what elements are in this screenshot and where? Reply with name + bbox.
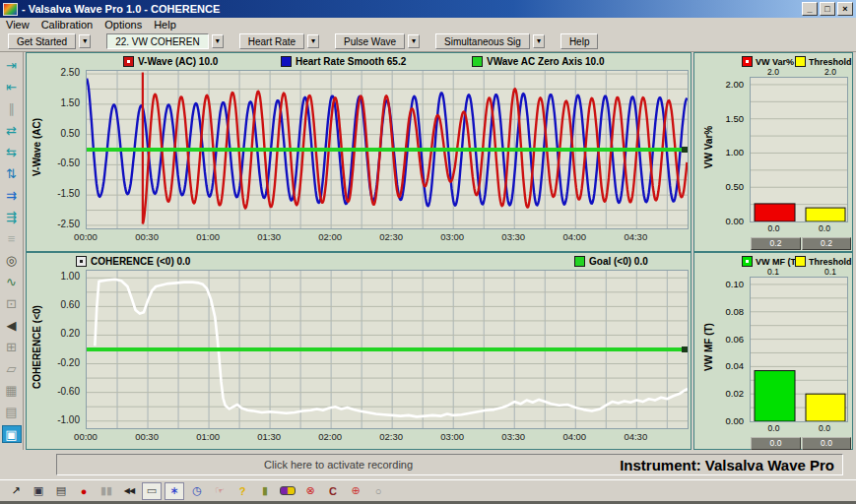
abort-icon[interactable]: ⊗ bbox=[300, 482, 320, 500]
tab-group: 22. VW COHEREN▾ bbox=[106, 33, 224, 49]
record-icon[interactable]: ● bbox=[74, 482, 94, 500]
continuous-run-icon[interactable]: C bbox=[323, 482, 343, 500]
rewind-icon[interactable]: ◀◀ bbox=[119, 482, 139, 500]
close-button[interactable]: × bbox=[837, 2, 853, 16]
bar-setting-button[interactable]: 0.0 bbox=[802, 437, 851, 450]
vw-mf-panel: VW MF (T)0.1Threshold0.1VW MF (T)0.100.0… bbox=[694, 251, 852, 449]
bottom-toolbar: ↗▣▤●▮▮◀◀▭∗◷☞?▮⊗C⊕○ bbox=[0, 479, 856, 501]
bar-value-label: 0.0 bbox=[754, 223, 794, 233]
tab-dropdown-arrow-icon[interactable]: ▾ bbox=[533, 34, 545, 48]
tab-dropdown-arrow-icon[interactable]: ▾ bbox=[307, 34, 319, 48]
menu-bar: ViewCalibrationOptionsHelp bbox=[0, 18, 856, 32]
y-tick-label: 0.20 bbox=[46, 328, 80, 339]
y-tick-label: 0.04 bbox=[708, 360, 744, 371]
legend-label: VW MF (T) bbox=[756, 257, 799, 267]
display-window-icon[interactable]: ▭ bbox=[142, 482, 162, 500]
arrows-exchange-icon[interactable]: ⇄ bbox=[2, 119, 22, 141]
tab-dropdown-arrow-icon[interactable]: ▾ bbox=[408, 34, 420, 48]
x-tick-label: 04:00 bbox=[554, 231, 595, 242]
save-icon[interactable]: ▣ bbox=[29, 482, 48, 500]
x-tick-label: 02:00 bbox=[309, 231, 351, 242]
legend-swatch bbox=[742, 56, 753, 67]
tab-dropdown-arrow-icon[interactable]: ▾ bbox=[79, 34, 91, 48]
bar-value-label: 0.0 bbox=[754, 423, 794, 433]
stamp-tool-icon[interactable]: ⊡ bbox=[2, 292, 22, 314]
timer-icon[interactable]: ◷ bbox=[187, 482, 207, 500]
legend-swatch bbox=[472, 56, 483, 67]
triple-arrow-icon[interactable]: ⇶ bbox=[2, 206, 22, 227]
menu-item-options[interactable]: Options bbox=[99, 19, 148, 31]
tab-pulse-wave[interactable]: Pulse Wave bbox=[335, 33, 405, 49]
tab-heart-rate[interactable]: Heart Rate bbox=[239, 33, 304, 49]
x-tick-label: 01:00 bbox=[187, 231, 229, 242]
calculator-icon[interactable]: ▣ bbox=[2, 425, 22, 443]
app-icon bbox=[3, 3, 18, 16]
legend-marker-dot bbox=[746, 60, 749, 63]
sidebar-toolbox: ⇥⇤∥⇄⇆⇅⇉⇶≡◎∿⊡◀⊞▱▦▤▣ bbox=[0, 52, 24, 450]
y-tick-label: 0.60 bbox=[46, 299, 80, 310]
tab-dropdown-arrow-icon[interactable]: ▾ bbox=[212, 34, 224, 48]
bar-setting-button[interactable]: 0.2 bbox=[802, 237, 851, 250]
y-tick-label: 1.50 bbox=[708, 113, 744, 124]
legend-value: 2.0 bbox=[752, 67, 795, 77]
print-icon[interactable]: ▤ bbox=[51, 482, 71, 500]
y-tick-label: -0.50 bbox=[46, 158, 80, 168]
legend-item: Threshold bbox=[795, 256, 852, 267]
pointer-arrow-icon[interactable]: ↗ bbox=[6, 482, 26, 500]
dim-steps-icon[interactable]: ≡ bbox=[2, 227, 22, 249]
tab-simultaneous-sig[interactable]: Simultaneous Sig bbox=[435, 33, 530, 49]
pause-frames-icon[interactable]: ▮▮ bbox=[97, 482, 116, 500]
x-tick-label: 00:30 bbox=[126, 231, 167, 242]
x-tick-label: 03:30 bbox=[493, 431, 534, 442]
menu-item-help[interactable]: Help bbox=[148, 19, 182, 31]
tab-group: Simultaneous Sig▾ bbox=[435, 33, 545, 49]
window-title: - Valsalva Wave Pro 1.0 - COHERENCE bbox=[22, 3, 220, 15]
legend-label: VW Var% bbox=[756, 57, 794, 67]
help-icon[interactable]: ? bbox=[232, 482, 252, 500]
status-bar: Click here to activate recording Instrum… bbox=[56, 454, 843, 475]
zoom-search-icon[interactable]: ◎ bbox=[2, 249, 22, 271]
arrows-sort-icon[interactable]: ⇅ bbox=[2, 162, 22, 184]
tab-help[interactable]: Help bbox=[560, 33, 599, 49]
tab-get-started[interactable]: Get Started bbox=[8, 33, 76, 49]
y-tick-label: 0.06 bbox=[708, 334, 744, 345]
grid-table-icon[interactable]: ▤ bbox=[2, 401, 22, 422]
magnet-icon[interactable] bbox=[278, 482, 297, 500]
save-session-icon[interactable]: ▦ bbox=[2, 379, 22, 401]
legend-swatch bbox=[76, 256, 87, 267]
arrows-swap-icon[interactable]: ⇆ bbox=[2, 141, 22, 162]
maximize-button[interactable]: □ bbox=[820, 2, 835, 16]
y-tick-label: 1.00 bbox=[46, 271, 80, 282]
pointing-hand-icon[interactable]: ☞ bbox=[210, 482, 230, 500]
empty-circle-icon[interactable]: ○ bbox=[368, 482, 388, 500]
speaker-icon[interactable]: ◀ bbox=[2, 314, 22, 336]
legend-label: COHERENCE (<0) 0.0 bbox=[91, 256, 190, 267]
fast-forward-icon[interactable]: ⇉ bbox=[2, 184, 22, 206]
clamp-right-icon[interactable]: ⇥ bbox=[2, 54, 22, 76]
y-tick-label: 1.50 bbox=[46, 97, 80, 108]
vwave-chart-plot bbox=[86, 70, 689, 229]
clamp-left-icon[interactable]: ⇤ bbox=[2, 76, 22, 97]
x-tick-label: 02:30 bbox=[370, 431, 412, 442]
minimize-button[interactable]: _ bbox=[802, 2, 818, 16]
wave-tool-icon[interactable]: ∿ bbox=[2, 271, 22, 292]
y-tick-label: 2.50 bbox=[46, 67, 80, 78]
bar-setting-button[interactable]: 0.0 bbox=[751, 437, 801, 450]
legend-swatch bbox=[742, 256, 753, 267]
tab-22-vw-coheren[interactable]: 22. VW COHEREN bbox=[106, 33, 209, 49]
legend-item: Threshold bbox=[795, 56, 852, 67]
x-tick-label: 01:00 bbox=[187, 431, 229, 442]
marker-pen-icon[interactable]: ▮ bbox=[255, 482, 275, 500]
autoscale-icon[interactable]: ∗ bbox=[165, 482, 184, 500]
bar-setting-button[interactable]: 0.2 bbox=[751, 237, 801, 250]
tab-toolbar: Get Started▾22. VW COHEREN▾Heart Rate▾Pu… bbox=[0, 32, 856, 52]
layers-icon[interactable]: ▱ bbox=[2, 357, 22, 379]
menu-item-view[interactable]: View bbox=[0, 19, 35, 31]
pause-signal-icon[interactable]: ∥ bbox=[2, 97, 22, 119]
coherence-chart-plot bbox=[86, 270, 689, 429]
frames-icon[interactable]: ⊞ bbox=[2, 336, 22, 357]
x-tick-label: 04:00 bbox=[554, 431, 595, 442]
add-cursor-icon[interactable]: ⊕ bbox=[346, 482, 365, 500]
activate-recording-message[interactable]: Click here to activate recording bbox=[57, 459, 620, 471]
menu-item-calibration[interactable]: Calibration bbox=[35, 19, 99, 31]
